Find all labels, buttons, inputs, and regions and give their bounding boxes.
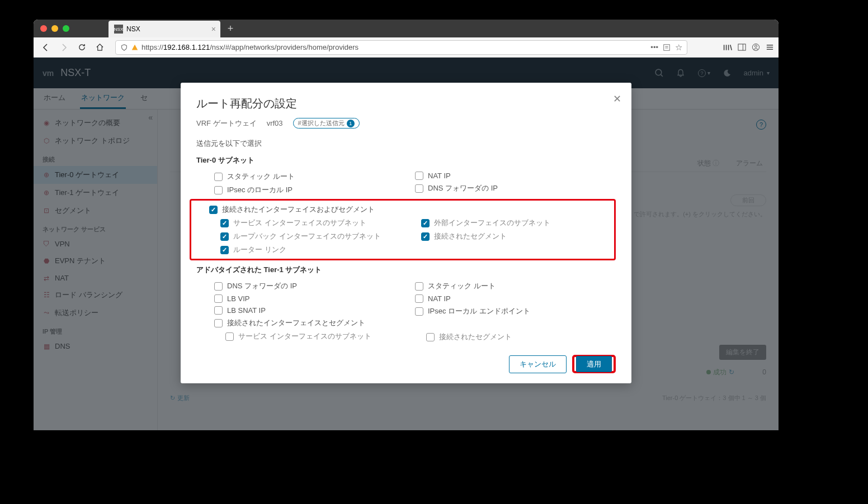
account-icon[interactable] [752, 43, 760, 51]
select-desc: 送信元を以下で選択 [196, 139, 616, 149]
shield-icon [120, 44, 128, 51]
tab-favicon-icon: NSX [114, 25, 123, 34]
forward-button[interactable] [56, 40, 72, 55]
minimize-window-icon[interactable] [51, 25, 58, 32]
check-t1-conn-seg[interactable]: 接続されたセグメント [415, 330, 616, 344]
browser-window: NSX NSX × + https://192.168.1.121/nsx/#/… [34, 20, 779, 430]
badge-count: 1 [347, 120, 355, 127]
svg-line-6 [730, 45, 732, 50]
arrow-left-icon [41, 43, 50, 52]
maximize-window-icon[interactable] [63, 25, 69, 32]
svg-rect-0 [664, 44, 670, 50]
arrow-right-icon [59, 43, 68, 52]
check-connected-seg[interactable]: 接続されたセグメント [410, 230, 611, 243]
check-dns-fwd-ip[interactable]: DNS フォワーダの IP [415, 182, 616, 195]
check-static-route[interactable]: スタティック ルート [214, 170, 415, 183]
tab-strip: NSX NSX × + [108, 20, 238, 37]
tab-close-icon[interactable]: × [211, 25, 216, 34]
gateway-name: vrf03 [267, 119, 283, 127]
check-t1-static[interactable]: スタティック ルート [415, 279, 616, 293]
bookmark-icon[interactable]: ☆ [675, 42, 682, 53]
check-t1-nat[interactable]: NAT IP [415, 293, 616, 305]
route-redistribution-modal: ✕ ルート再配分の設定 VRF ゲートウェイ vrf03 #選択した送信元 1 … [181, 83, 631, 383]
url-actions: ••• ☆ [650, 42, 682, 53]
tier0-heading: Tier-0 サブネット [196, 155, 616, 165]
selected-sources-badge: #選択した送信元 1 [293, 118, 360, 129]
check-t1-lbsnat[interactable]: LB SNAT IP [214, 305, 415, 316]
apply-button[interactable]: 適用 [576, 356, 612, 372]
check-nat-ip[interactable]: NAT IP [415, 170, 616, 182]
url-field[interactable]: https://192.168.1.121/nsx/#/app/networks… [115, 40, 687, 55]
check-t1-lbvip[interactable]: LB VIP [214, 293, 415, 305]
cancel-button[interactable]: キャンセル [509, 355, 567, 373]
home-icon [96, 43, 104, 51]
more-icon[interactable]: ••• [650, 43, 658, 51]
reader-icon[interactable] [663, 44, 671, 51]
browser-tab[interactable]: NSX NSX × [108, 21, 220, 37]
app-content: vm NSX-T ? ▾ admin ▾ [34, 58, 779, 430]
apply-highlight: 適用 [572, 355, 616, 373]
titlebar: NSX NSX × + [34, 20, 779, 37]
window-controls [40, 25, 69, 32]
back-button[interactable] [38, 40, 54, 55]
check-t1-svc-if[interactable]: サービス インターフェイスのサブネット [214, 330, 415, 343]
check-t1-ipsec[interactable]: IPsec ローカル エンドポイント [415, 305, 616, 318]
modal-close-button[interactable]: ✕ [613, 93, 621, 105]
new-tab-button[interactable]: + [223, 21, 238, 36]
svg-point-10 [754, 45, 757, 47]
menu-icon[interactable] [766, 43, 774, 51]
check-ipsec-local[interactable]: IPsec のローカル IP [214, 183, 415, 197]
library-icon[interactable] [723, 44, 732, 51]
gateway-label: VRF ゲートウェイ [196, 118, 257, 129]
tab-title: NSX [126, 25, 140, 33]
check-ext-if-subnet[interactable]: 外部インターフェイスのサブネット [410, 216, 611, 230]
toolbar-right [723, 43, 774, 51]
modal-subtitle: VRF ゲートウェイ vrf03 #選択した送信元 1 [196, 118, 616, 129]
highlighted-section: 接続されたインターフェイスおよびセグメント サービス インターフェイスのサブネッ… [190, 199, 616, 260]
home-button[interactable] [92, 40, 107, 55]
url-text: https://192.168.1.121/nsx/#/app/networks… [141, 43, 647, 51]
warning-lock-icon [131, 44, 138, 51]
modal-overlay: ✕ ルート再配分の設定 VRF ゲートウェイ vrf03 #選択した送信元 1 … [34, 58, 779, 430]
check-t1-conn-if-seg[interactable]: 接続されたインターフェイスとセグメント [214, 316, 415, 330]
check-svc-if-subnet[interactable]: サービス インターフェイスのサブネット [209, 216, 410, 230]
tier1-heading: アドバタイズされた Tier-1 サブネット [196, 265, 616, 275]
modal-title: ルート再配分の設定 [196, 96, 616, 111]
reload-icon [78, 43, 86, 51]
close-window-icon[interactable] [40, 25, 47, 32]
svg-rect-7 [738, 44, 746, 50]
check-connected-if-seg[interactable]: 接続されたインターフェイスおよびセグメント [209, 203, 611, 216]
url-bar: https://192.168.1.121/nsx/#/app/networks… [34, 37, 779, 58]
check-t1-dns[interactable]: DNS フォワーダの IP [214, 279, 415, 293]
check-loopback-subnet[interactable]: ループバック インターフェイスのサブネット [209, 230, 410, 243]
check-router-link[interactable]: ルーター リンク [209, 243, 410, 256]
sidebar-toggle-icon[interactable] [738, 43, 746, 51]
modal-footer: キャンセル 適用 [196, 355, 616, 373]
reload-button[interactable] [74, 40, 89, 55]
